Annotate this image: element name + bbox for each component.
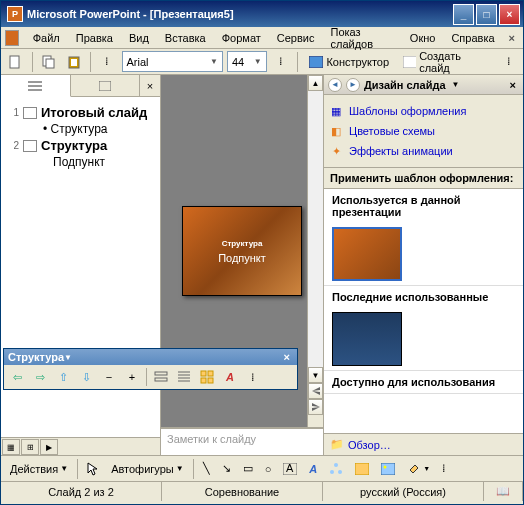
browse-link[interactable]: 📁 Обзор… [324,433,523,455]
minimize-button[interactable]: _ [453,4,474,25]
new-button[interactable] [5,51,26,73]
outline-sub[interactable]: Подпункт [53,155,156,169]
svg-point-28 [384,465,387,468]
group-used-title: Используется в данной презентации [324,189,523,223]
textbox-tool[interactable]: A [278,458,302,480]
paste-button[interactable] [63,51,84,73]
slides-tab[interactable] [71,75,141,96]
svg-rect-10 [99,81,111,91]
toolbar-more[interactable]: ⁞ [97,51,118,73]
menu-file[interactable]: Файл [25,30,68,46]
slide-preview[interactable]: Структура Подпункт [182,206,302,296]
font-combo[interactable]: Arial▼ [122,51,223,72]
summary-slide-button[interactable] [196,367,218,387]
demote-button[interactable]: ⇨ [29,367,51,387]
scroll-down-button[interactable]: ▼ [308,367,323,383]
outline-tab[interactable] [1,75,71,97]
animation-icon: ✦ [328,143,344,159]
new-slide-button[interactable]: Создать слайд [398,51,494,73]
fillcolor-tool[interactable]: ▼ [402,458,435,480]
designer-button[interactable]: Конструктор [304,51,394,73]
menu-slideshow[interactable]: Показ слайдов [322,24,401,52]
oval-tool[interactable]: ○ [260,458,277,480]
toolbar-more-2[interactable]: ⁞ [271,51,292,73]
svg-rect-18 [208,371,213,376]
menu-format[interactable]: Формат [214,30,269,46]
select-tool[interactable] [82,458,104,480]
float-dropdown[interactable]: ▼ [64,353,72,362]
taskpane-back-button[interactable]: ◄ [328,78,342,92]
window-title: Microsoft PowerPoint - [Презентация5] [27,8,234,20]
menu-tools[interactable]: Сервис [269,30,323,46]
menu-window[interactable]: Окно [402,30,444,46]
apply-template-label: Применить шаблон оформления: [324,168,523,188]
collapse-all-button[interactable] [150,367,172,387]
taskpane-title: Дизайн слайда [364,79,446,91]
svg-rect-0 [10,56,19,68]
autoshapes-menu[interactable]: Автофигуры ▼ [106,458,189,480]
movedown-button[interactable]: ⇩ [75,367,97,387]
document-icon [5,30,19,46]
float-close-button[interactable]: × [281,351,293,363]
scroll-up-button[interactable]: ▲ [308,75,323,91]
prev-slide-button[interactable] [308,383,323,399]
sorter-view-button[interactable]: ⊞ [21,439,39,455]
diagram-tool[interactable] [324,458,348,480]
svg-rect-17 [201,371,206,376]
drawbar-more[interactable]: ⁞ [437,458,451,480]
menu-insert[interactable]: Вставка [157,30,214,46]
picture-tool[interactable] [376,458,400,480]
template-thumb-current[interactable] [332,227,402,281]
taskpane-dropdown[interactable]: ▼ [452,80,460,89]
status-spellcheck-icon[interactable]: 📖 [484,482,523,501]
expand-all-button[interactable] [173,367,195,387]
menu-view[interactable]: Вид [121,30,157,46]
fontsize-combo[interactable]: 44▼ [227,51,267,72]
outline-bullet[interactable]: Структура [43,122,156,136]
design-icon [309,56,323,68]
menu-edit[interactable]: Правка [68,30,121,46]
vertical-scrollbar[interactable]: ▲ ▼ [307,75,323,427]
toolbar-more-3[interactable]: ⁞ [498,51,519,73]
clipart-tool[interactable] [350,458,374,480]
promote-button[interactable]: ⇦ [6,367,28,387]
arrow-tool[interactable]: ↘ [217,458,236,480]
menu-help[interactable]: Справка [443,30,502,46]
template-thumb-recent[interactable] [332,312,402,366]
rectangle-tool[interactable]: ▭ [238,458,258,480]
next-slide-button[interactable] [308,399,323,415]
templates-link[interactable]: ▦Шаблоны оформления [328,101,519,121]
svg-point-25 [338,470,342,474]
animation-link[interactable]: ✦Эффекты анимации [328,141,519,161]
close-pane-button[interactable]: × [140,75,160,96]
close-button[interactable]: × [499,4,520,25]
outline-slide-2[interactable]: 2 Структура [5,136,156,155]
taskpane-fwd-button[interactable]: ► [346,78,360,92]
slideshow-view-button[interactable]: ▶ [40,439,58,455]
notes-pane[interactable]: Заметки к слайду [161,427,323,455]
wordart-tool[interactable]: A [304,458,322,480]
maximize-button[interactable]: □ [476,4,497,25]
svg-point-24 [330,470,334,474]
expand-button[interactable]: + [121,367,143,387]
group-recent-title: Последние использованные [324,286,523,308]
svg-rect-6 [403,56,416,68]
line-tool[interactable]: ╲ [198,458,215,480]
normal-view-button[interactable]: ▦ [2,439,20,455]
status-language[interactable]: русский (Россия) [323,482,484,501]
slide-icon [23,140,37,152]
taskpane-close-button[interactable]: × [507,79,519,91]
svg-rect-26 [355,463,369,475]
copy-button[interactable] [39,51,60,73]
outline-slide-1[interactable]: 1 Итоговый слайд [5,103,156,122]
doc-close-button[interactable]: × [503,32,521,44]
svg-rect-2 [46,59,54,68]
actions-menu[interactable]: Действия ▼ [5,458,73,480]
show-formatting-button[interactable]: A [219,367,241,387]
moveup-button[interactable]: ⇧ [52,367,74,387]
toolbar-options-button[interactable]: ⁞ [242,367,264,387]
outline-toolbar-window[interactable]: Структура ▼ × ⇦ ⇨ ⇧ ⇩ − + A ⁞ [3,348,298,390]
color-schemes-link[interactable]: ◧Цветовые схемы [328,121,519,141]
status-slide: Слайд 2 из 2 [1,482,162,501]
collapse-button[interactable]: − [98,367,120,387]
